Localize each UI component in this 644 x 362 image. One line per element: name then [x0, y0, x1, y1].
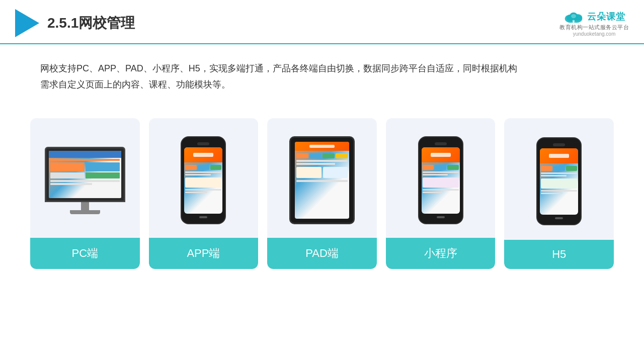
logo-icon — [15, 9, 39, 37]
card-h5: H5 — [504, 118, 614, 269]
cloud-icon — [563, 10, 584, 24]
card-pc-image — [30, 118, 140, 238]
card-app: APP端 — [149, 118, 259, 269]
card-pad: PAD端 — [267, 118, 377, 269]
page-title: 2.5.1网校管理 — [47, 14, 135, 33]
phone-miniprogram-icon — [418, 136, 463, 224]
header-left: 2.5.1网校管理 — [15, 9, 135, 37]
svg-point-7 — [571, 14, 576, 18]
card-h5-label: H5 — [504, 240, 614, 269]
description-line2: 需求自定义页面上的内容、课程、功能模块等。 — [40, 79, 230, 89]
phone-app-icon — [181, 136, 226, 224]
card-miniprogram: 小程序 — [386, 118, 496, 269]
brand-url: yunduoketang.com — [573, 31, 616, 37]
phone-h5-icon — [536, 137, 582, 225]
brand-name: 云朵课堂 — [587, 11, 625, 23]
brand-tagline: 教育机构一站式服务云平台 — [559, 24, 629, 31]
card-app-image — [149, 118, 259, 238]
header: 2.5.1网校管理 云朵课堂 教育机构一站式服务云平台 yunduoketang… — [0, 0, 644, 44]
header-right: 云朵课堂 教育机构一站式服务云平台 yunduoketang.com — [559, 10, 629, 37]
brand-logo: 云朵课堂 — [563, 10, 625, 24]
card-app-label: APP端 — [149, 238, 259, 269]
tablet-icon — [289, 136, 355, 224]
card-pc: PC端 — [30, 118, 140, 269]
device-cards-container: PC端 — [0, 108, 644, 279]
card-pad-label: PAD端 — [267, 238, 377, 269]
pc-monitor-icon — [45, 147, 125, 214]
card-pad-image — [267, 118, 377, 238]
card-h5-image — [504, 118, 614, 240]
card-miniprogram-image — [386, 118, 496, 238]
description-text: 网校支持PC、APP、PAD、小程序、H5，实现多端打通，产品各终端自由切换，数… — [0, 44, 644, 103]
card-pc-label: PC端 — [30, 238, 140, 269]
description-line1: 网校支持PC、APP、PAD、小程序、H5，实现多端打通，产品各终端自由切换，数… — [40, 63, 517, 73]
card-miniprogram-label: 小程序 — [386, 238, 496, 269]
